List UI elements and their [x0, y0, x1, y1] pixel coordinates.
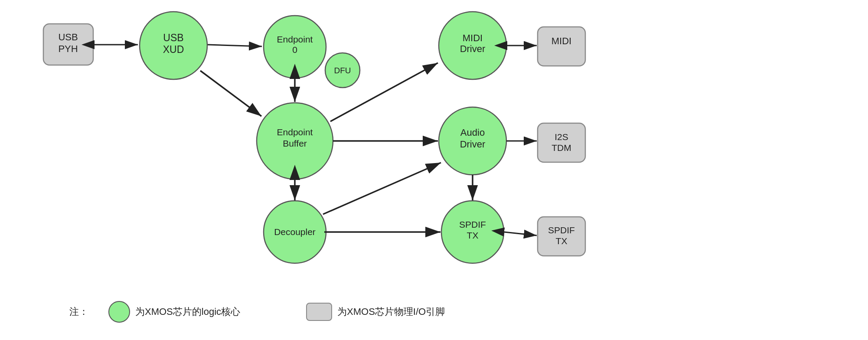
svg-line-15 [208, 45, 262, 46]
legend-circle-label: 为XMOS芯片的logic核心 [135, 305, 240, 318]
midi-driver-label2: Driver [460, 43, 486, 54]
midi-label: MIDI [551, 36, 571, 46]
svg-line-21 [323, 163, 441, 214]
usb-xud-label1: USB [163, 32, 183, 43]
spdif-tx-circle-label2: TX [467, 230, 479, 240]
legend-rect-label: 为XMOS芯片物理I/O引脚 [337, 305, 445, 318]
audio-driver-label2: Driver [460, 139, 486, 150]
i2s-label: I2S [555, 132, 568, 142]
usb-pyh-label: USB [58, 32, 78, 42]
spdif-tx-circle-label1: SPDIF [459, 219, 486, 229]
legend-circle-icon [108, 301, 130, 323]
endpoint-buffer-label1: Endpoint [277, 127, 313, 137]
endpoint0-label2: 0 [292, 45, 297, 55]
endpoint0-label1: Endpoint [277, 34, 313, 44]
legend-rect-section: 为XMOS芯片物理I/O引脚 [306, 303, 445, 321]
usb-xud-label2: XUD [163, 44, 184, 55]
legend: 注： 为XMOS芯片的logic核心 为XMOS芯片物理I/O引脚 [69, 301, 445, 323]
svg-line-16 [200, 71, 261, 116]
usb-pyh-label2: PYH [58, 43, 78, 54]
svg-line-26 [504, 232, 537, 235]
legend-circle-section: 为XMOS芯片的logic核心 [108, 301, 240, 323]
diagram-container: USB PYH USB XUD Endpoint 0 DFU MIDI Driv… [0, 0, 868, 340]
legend-rect-icon [306, 303, 332, 321]
endpoint-buffer-label2: Buffer [283, 138, 307, 148]
spdif-rect-label2: TX [556, 236, 568, 246]
spdif-rect-label1: SPDIF [548, 225, 575, 235]
audio-driver-label1: Audio [460, 127, 485, 138]
dfu-label: DFU [334, 66, 351, 75]
midi-driver-label1: MIDI [463, 33, 483, 43]
diagram-svg: USB PYH USB XUD Endpoint 0 DFU MIDI Driv… [0, 0, 868, 340]
legend-note: 注： [69, 305, 88, 318]
svg-rect-7 [538, 27, 585, 66]
tdm-label: TDM [551, 143, 571, 153]
decoupler-label: Decoupler [274, 227, 316, 237]
